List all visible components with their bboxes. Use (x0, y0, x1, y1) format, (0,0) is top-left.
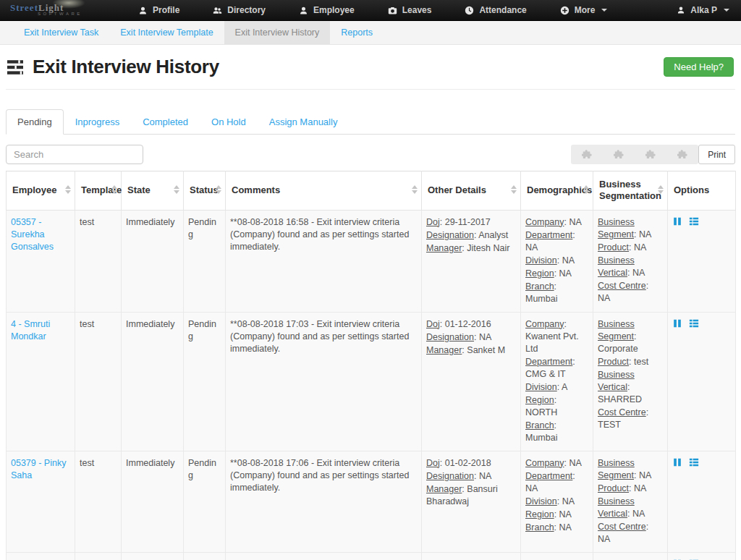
chevron-down-icon (724, 9, 729, 12)
comments-cell: **08-08-2018 17:03 - Exit interview crit… (226, 312, 422, 451)
detail-pair: Business Vertical: NA (598, 255, 663, 279)
user-icon (677, 6, 685, 14)
column-header-other-details[interactable]: Other Details (422, 171, 521, 211)
tab-completed[interactable]: Completed (131, 109, 200, 135)
column-header-comments[interactable]: Comments (226, 171, 422, 211)
column-label: Comments (232, 184, 280, 195)
detail-value: test (634, 357, 648, 367)
search-input[interactable] (6, 145, 143, 164)
clock-icon (465, 6, 474, 15)
widget-button-1[interactable] (571, 145, 603, 164)
employee-cell: 05380 - Amit Borukar (7, 552, 75, 560)
detail-label: Company (525, 217, 564, 227)
app-logo[interactable]: StreetLight SOFTWARE (0, 0, 122, 20)
detail-value: NA (559, 509, 572, 519)
detail-label: Manager (426, 345, 462, 355)
nav-item-profile[interactable]: Profile (122, 0, 196, 20)
comments-cell: **08-08-2018 17:06 - Exit interview crit… (226, 451, 422, 552)
detail-label: Manager (426, 243, 462, 253)
subnav-item-exit-interview-task[interactable]: Exit Interview Task (13, 21, 109, 44)
column-header-template[interactable]: Template (75, 171, 122, 211)
detail-value: TEST (598, 420, 621, 430)
comments-cell: **08-08-2018 16:58 - Exit interview crit… (226, 210, 422, 312)
tab-on-hold[interactable]: On Hold (200, 109, 258, 135)
chevron-down-icon (601, 9, 607, 12)
detail-label: Designation (426, 230, 474, 240)
column-header-demographics[interactable]: Demographics (521, 171, 593, 211)
detail-pair: Business Vertical: SHARRED (598, 369, 663, 406)
employee-link[interactable]: 4 - Smruti Mondkar (11, 319, 50, 341)
nav-item-label: Directory (227, 5, 266, 15)
nav-item-more[interactable]: More (543, 0, 624, 20)
options-cell (668, 451, 736, 552)
detail-value: Mumbai (525, 294, 557, 304)
logo-subtext: SOFTWARE (10, 12, 122, 17)
puzzle-icon (645, 149, 656, 160)
user-menu[interactable]: Alka P (665, 0, 741, 20)
template-cell: test (75, 451, 122, 552)
table-row: 05379 - Pinky SahatestImmediatelyPending… (7, 451, 736, 552)
column-header-employee[interactable]: Employee (7, 171, 75, 211)
detail-label: Division (525, 255, 557, 266)
tab-assign-manually[interactable]: Assign Manually (258, 109, 350, 135)
column-header-business-segmentation[interactable]: Business Segmentation (593, 171, 668, 211)
details-button[interactable] (689, 318, 699, 328)
tab-inprogress[interactable]: Inprogress (64, 109, 131, 135)
nav-item-directory[interactable]: Directory (196, 0, 282, 20)
detail-pair: Product: test (598, 356, 663, 368)
employee-link[interactable]: 05379 - Pinky Saha (11, 458, 66, 480)
detail-value: Corporate (598, 344, 638, 354)
hold-button[interactable] (672, 457, 682, 467)
table-row: 05357 - Surekha GonsalvestestImmediately… (7, 210, 736, 312)
need-help-button[interactable]: Need Help? (664, 57, 734, 77)
detail-pair: Business Vertical: NA (598, 496, 663, 520)
detail-pair: Business Segment: NA (598, 457, 663, 482)
details-button[interactable] (689, 216, 699, 226)
detail-label: Department (525, 357, 572, 367)
puzzle-icon (582, 149, 593, 160)
detail-value: NORTH (525, 407, 557, 417)
detail-value: NA (525, 483, 538, 493)
widget-button-4[interactable] (666, 145, 698, 164)
detail-pair: Cost Centre: NA (598, 521, 663, 546)
print-button[interactable]: Print (698, 145, 735, 164)
nav-item-employee[interactable]: Employee (282, 0, 371, 20)
employee-cell: 05357 - Surekha Gonsalves (7, 210, 75, 312)
tab-pending[interactable]: Pending (6, 109, 64, 135)
detail-label: Region (525, 509, 554, 519)
business-segmentation-cell: Business Segment: NAProduct: NABusiness … (593, 210, 668, 312)
detail-pair: Designation: NA (426, 331, 516, 344)
detail-label: Region (525, 268, 554, 279)
detail-value: 29-11-2017 (445, 217, 491, 227)
widget-button-3[interactable] (635, 145, 666, 164)
demographics-cell: Company: NADepartment: NADivision: NAReg… (521, 451, 593, 552)
detail-pair: Region: NORTH (525, 394, 588, 419)
state-cell: Immediately (122, 210, 184, 312)
detail-label: Branch (525, 522, 554, 533)
sort-icon (583, 185, 589, 194)
nav-item-attendance[interactable]: Attendance (448, 0, 543, 20)
detail-value: SHARRED (598, 394, 642, 404)
sort-icon (511, 185, 517, 194)
column-label: Other Details (428, 184, 486, 195)
details-button[interactable] (689, 457, 699, 467)
widget-button-2[interactable] (603, 145, 635, 164)
status-cell: Pending (184, 451, 226, 552)
hold-button[interactable] (672, 216, 682, 226)
detail-label: Business Segment (598, 217, 635, 239)
main-nav: ProfileDirectoryEmployeeLeavesAttendance… (122, 0, 624, 20)
subnav-item-exit-interview-template[interactable]: Exit Interview Template (109, 21, 224, 44)
column-header-state[interactable]: State (122, 171, 184, 211)
column-header-status[interactable]: Status (184, 171, 226, 211)
detail-label: Designation (426, 471, 474, 481)
detail-value: NA (562, 496, 575, 506)
detail-label: Department (525, 230, 572, 240)
column-label: Demographics (527, 184, 592, 195)
nav-item-leaves[interactable]: Leaves (371, 0, 449, 20)
subnav-item-exit-interview-history[interactable]: Exit Interview History (224, 21, 331, 44)
employee-link[interactable]: 05357 - Surekha Gonsalves (11, 217, 54, 252)
detail-value: NA (639, 470, 651, 480)
hold-button[interactable] (672, 318, 682, 328)
pause-icon (672, 216, 682, 226)
subnav-item-reports[interactable]: Reports (330, 21, 384, 44)
